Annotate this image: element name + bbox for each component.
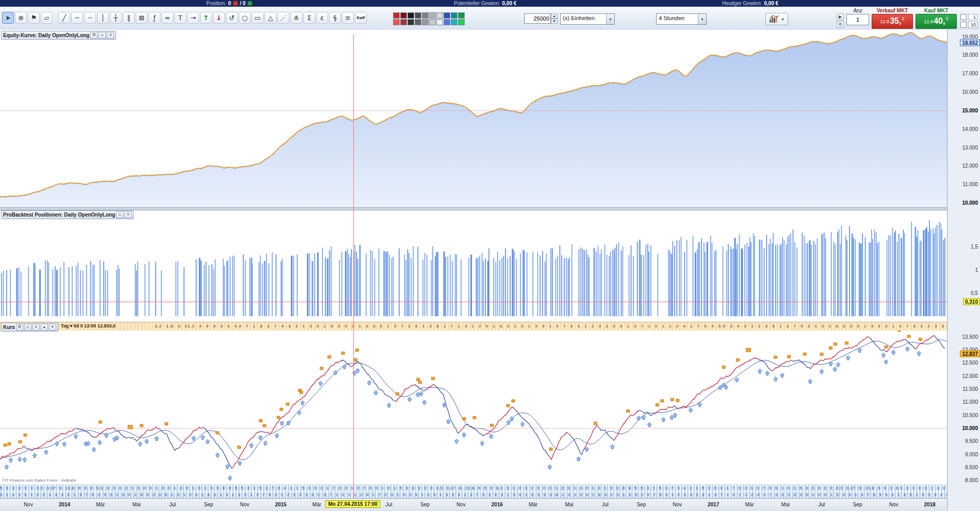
color-swatch-1-9[interactable] [458, 19, 465, 25]
current-value-chip: 18.652 [960, 40, 980, 46]
chevron-down-icon: ▼ [698, 14, 706, 24]
panel-divider[interactable] [0, 207, 947, 210]
color-swatch-0-9[interactable] [458, 12, 465, 19]
color-swatch-0-0[interactable] [393, 12, 400, 19]
time-axis[interactable]: Mo 27.04.2015 17:00 Nov2014MärMaiJulSepN… [0, 498, 947, 511]
regression-tool[interactable]: ≡ [342, 12, 354, 24]
color-swatch-1-2[interactable] [407, 19, 414, 25]
color-swatch-1-3[interactable] [415, 19, 421, 25]
eraser-tool[interactable]: ▱ [41, 12, 53, 24]
potential-gain-label: Potentieller Gewinn: [454, 1, 500, 6]
price-chart-panel[interactable]: ©IT-Finance.com Daten Forex - Indikativ [0, 330, 947, 484]
wrench-icon[interactable]: ⚙ [90, 32, 97, 39]
volume-ribbon-row-1: 5 3 3 3 3 3 3,3 3,37 8 13,8 9 9 3 6,3 3 … [0, 485, 947, 491]
collapse-panel-icon[interactable]: ▶ [837, 13, 844, 20]
time-axis-label: Nov [673, 502, 682, 507]
order-settings-icon[interactable]: ⚙ [837, 21, 844, 28]
raff-channel-tool[interactable]: Raff [355, 12, 367, 24]
move-up-icon[interactable]: ▴ [41, 324, 48, 331]
time-axis-label: Mai [133, 502, 141, 507]
potential-gain-status: Potentieller Gewinn: 0,00 € [454, 0, 516, 7]
order-quantity-input[interactable] [846, 14, 869, 25]
close-icon[interactable]: × [107, 32, 114, 39]
trend-line-tool[interactable]: ╱ [58, 12, 70, 24]
color-swatch-1-1[interactable] [400, 19, 407, 25]
quantity-input[interactable] [524, 13, 551, 24]
buy-market-button[interactable]: 12.8 40, 2 [916, 14, 957, 29]
ellipse-tool[interactable]: ○ [239, 12, 251, 24]
equity-chart-canvas[interactable] [0, 30, 947, 207]
cycle-tool[interactable]: § [329, 12, 341, 24]
backtest-positions-panel[interactable]: ProBacktest Positionen: Daily OpenOnlyLo… [0, 209, 947, 322]
color-swatch-0-1[interactable] [400, 12, 407, 19]
price-panel-title: Kurs [3, 324, 15, 330]
color-swatch-1-5[interactable] [429, 19, 436, 25]
price-scale-column[interactable]: 19.00018.00017.00016.00015.00014.00013.0… [947, 30, 980, 511]
drawing-tools-group: ➤⊕⚑▱╱─┄│┼∥⊠ƒ≈T→↑↓↺○▭△⋰⋔Σε§≡Raff [2, 12, 367, 24]
color-swatch-1-7[interactable] [444, 19, 450, 25]
arrow-up-tool[interactable]: ↑ [200, 12, 212, 24]
channel-tool[interactable]: ⋰ [277, 12, 289, 24]
arrow-down-tool[interactable]: ↓ [213, 12, 225, 24]
price-level-line [0, 110, 947, 111]
cursor-tool[interactable]: ➤ [2, 12, 14, 24]
window-icon[interactable]: ▫ [24, 324, 31, 331]
elliott-wave-tool[interactable]: ε [316, 12, 328, 24]
parallel-lines-tool[interactable]: ∥ [123, 12, 135, 24]
fibonacci-tool[interactable]: ƒ [149, 12, 160, 24]
buy-mkt-label: Kauf MKT [924, 7, 949, 14]
triangle-tool[interactable]: △ [265, 12, 276, 24]
color-swatch-0-7[interactable] [444, 12, 450, 19]
units-select[interactable]: (x) Einheiten ▼ [560, 13, 615, 25]
vertical-line-tool[interactable]: │ [97, 12, 109, 24]
pitchfork-tool[interactable]: ⋔ [290, 12, 302, 24]
price-chart-canvas[interactable] [0, 330, 947, 484]
horizontal-ray-tool[interactable]: ┄ [84, 12, 96, 24]
rectangle-tool[interactable]: ▭ [252, 12, 264, 24]
color-swatch-1-6[interactable] [436, 19, 443, 25]
color-swatch-0-4[interactable] [422, 12, 429, 19]
color-swatch-1-4[interactable] [422, 19, 429, 25]
close-icon[interactable]: × [32, 324, 40, 331]
color-swatch-1-8[interactable] [451, 19, 458, 25]
positions-chart-canvas[interactable] [0, 209, 947, 322]
move-down-icon[interactable]: ▾ [49, 324, 56, 331]
time-axis-label: Nov [240, 502, 249, 507]
window-icon[interactable]: ▫ [116, 211, 123, 218]
color-swatch-0-6[interactable] [436, 12, 443, 19]
quantity-down-icon[interactable]: ▼ [551, 19, 558, 24]
buy-price-decimal: 2 [945, 16, 948, 21]
color-swatch-1-0[interactable] [393, 19, 400, 25]
wrench-icon[interactable]: ⚙ [16, 324, 23, 331]
zoom-tool[interactable]: ⊕ [15, 12, 27, 24]
arrow-right-tool[interactable]: → [187, 12, 199, 24]
close-icon[interactable]: × [124, 211, 132, 218]
horizontal-line-tool[interactable]: ─ [71, 12, 83, 24]
quantity-up-icon[interactable]: ▲ [551, 13, 558, 19]
order-flag-checkbox-1[interactable] [960, 14, 967, 20]
color-swatch-0-8[interactable] [451, 12, 458, 19]
cross-line-tool[interactable]: ┼ [110, 12, 122, 24]
equity-curve-panel[interactable]: Equity-Kurve: Daily OpenOnlyLong ⚙ ▫ × [0, 30, 947, 207]
axis-tick-label: 11.500 [962, 386, 978, 392]
color-swatch-0-2[interactable] [407, 12, 414, 19]
order-flag-checkbox-2[interactable] [960, 22, 967, 28]
window-icon[interactable]: ▫ [99, 32, 106, 39]
price-level-line [0, 428, 947, 428]
sell-market-button[interactable]: 12.8 35, 2 [872, 14, 913, 29]
timeframe-select[interactable]: 4 Stunden ▼ [656, 13, 707, 25]
gann-tool[interactable]: Σ [303, 12, 315, 24]
sell-mkt-label: Verkauf MKT [877, 7, 908, 14]
text-tool[interactable]: T [174, 12, 186, 24]
indicator-picker-button[interactable]: ▼ [765, 13, 788, 25]
color-swatch-0-3[interactable] [415, 12, 421, 19]
pattern-tool[interactable]: ≈ [161, 12, 173, 24]
color-swatch-0-5[interactable] [429, 12, 436, 19]
alert-tool[interactable]: ⚑ [28, 12, 40, 24]
undo-tool[interactable]: ↺ [226, 12, 238, 24]
delete-drawings-tool[interactable]: ⊠ [136, 12, 148, 24]
palette-row [393, 19, 465, 25]
time-axis-label: Jul [169, 502, 176, 507]
axis-tick-label: 1,5 [971, 244, 978, 250]
palette-row [393, 12, 465, 19]
